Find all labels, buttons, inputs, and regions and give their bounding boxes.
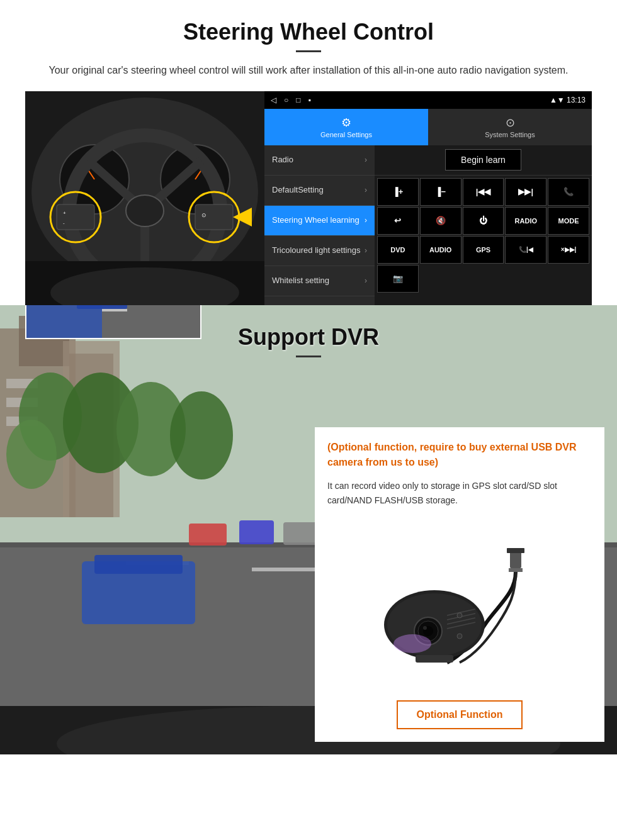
dvr-thumb-svg <box>26 305 201 339</box>
ctrl-hang-next[interactable]: ×▶▶| <box>548 236 589 264</box>
dvr-optional-notice: (Optional function, require to buy exter… <box>327 440 592 470</box>
dvr-section: Support DVR <box>0 305 617 754</box>
dvr-thumbnail <box>25 305 201 339</box>
settings-right: Begin learn ▐+ ▐− |◀◀ <box>375 145 592 305</box>
chevron-tricolour: › <box>365 246 367 255</box>
svg-rect-52 <box>102 309 127 311</box>
back-icon: ◁ <box>271 96 276 104</box>
dvr-info-body: It can record video only to storage in G… <box>327 479 592 509</box>
ctrl-vol-down[interactable]: ▐− <box>420 178 461 206</box>
svg-rect-56 <box>26 305 102 339</box>
android-panel: ◁ ○ □ ▪ ▲▼ 13:13 ⚙ General Settings ⊙ <box>264 91 592 305</box>
svg-point-66 <box>423 626 427 630</box>
settings-content: Radio › DefaultSetting › Steering Wheel … <box>264 145 592 305</box>
menu-defaultsetting[interactable]: DefaultSetting › <box>264 176 375 206</box>
menu-tricolour[interactable]: Tricoloured light settings › <box>264 236 375 266</box>
ctrl-next[interactable]: ▶▶| <box>505 178 546 206</box>
ctrl-vol-up[interactable]: ▐+ <box>377 178 419 206</box>
steering-section: Steering Wheel Control Your original car… <box>0 0 617 305</box>
ctrl-call[interactable]: 📞 <box>548 178 589 206</box>
time-display: 13:13 <box>567 96 586 104</box>
steering-wheel-svg: + - ⊙ <box>25 91 264 305</box>
steering-description: Your original car's steering wheel contr… <box>25 62 592 79</box>
ctrl-back[interactable]: ↩ <box>377 207 419 235</box>
ctrl-mute[interactable]: 🔇 <box>420 207 461 235</box>
tab-general[interactable]: ⚙ General Settings <box>264 109 428 145</box>
menu-steering-label: Steering Wheel learning <box>272 215 365 226</box>
svg-text:+: + <box>63 210 66 216</box>
svg-rect-72 <box>416 655 453 663</box>
begin-learn-area: Begin learn <box>375 145 592 176</box>
statusbar: ◁ ○ □ ▪ ▲▼ 13:13 <box>264 91 592 109</box>
tab-system-label: System Settings <box>485 131 535 138</box>
signal-icon: ▲▼ <box>550 96 567 104</box>
menu-steering-wheel[interactable]: Steering Wheel learning › <box>264 206 375 236</box>
steering-title: Steering Wheel Control <box>25 19 592 45</box>
dvr-content-row: (Optional function, require to buy exter… <box>0 377 617 754</box>
menu-icon: ▪ <box>308 96 311 104</box>
svg-text:-: - <box>63 220 65 226</box>
tab-system[interactable]: ⊙ System Settings <box>428 109 592 145</box>
chevron-default: › <box>365 186 367 194</box>
statusbar-time: ▲▼ 13:13 <box>550 96 586 104</box>
menu-radio-label: Radio <box>272 155 365 165</box>
dvr-info-card: (Optional function, require to buy exter… <box>315 427 604 742</box>
statusbar-nav: ◁ ○ □ ▪ <box>271 96 311 104</box>
settings-menu: Radio › DefaultSetting › Steering Wheel … <box>264 145 375 305</box>
tab-general-label: General Settings <box>320 131 372 138</box>
ctrl-audio[interactable]: AUDIO <box>420 236 461 264</box>
ctrl-prev[interactable]: |◀◀ <box>463 178 504 206</box>
optional-function-button[interactable]: Optional Function <box>397 700 523 729</box>
gear-icon: ⚙ <box>341 116 351 130</box>
menu-defaultsetting-label: DefaultSetting <box>272 185 365 196</box>
control-grid: ▐+ ▐− |◀◀ ▶▶| 📞 <box>375 176 592 295</box>
ctrl-mode[interactable]: MODE <box>548 207 589 235</box>
ctrl-gps[interactable]: GPS <box>463 236 504 264</box>
ctrl-radio[interactable]: RADIO <box>505 207 546 235</box>
chevron-radio: › <box>365 155 367 164</box>
dvr-right-panel: (Optional function, require to buy exter… <box>315 389 617 754</box>
svg-point-73 <box>457 613 462 618</box>
chevron-steering: › <box>365 216 367 225</box>
svg-rect-13 <box>57 204 94 230</box>
svg-text:⊙: ⊙ <box>201 212 207 218</box>
svg-point-74 <box>457 634 462 639</box>
system-icon: ⊙ <box>506 116 515 130</box>
menu-whitelist-label: Whitelist setting <box>272 276 365 286</box>
menu-radio[interactable]: Radio › <box>264 145 375 176</box>
ctrl-dvd[interactable]: DVD <box>377 236 419 264</box>
ctrl-camera[interactable]: 📷 <box>377 265 419 293</box>
dvr-camera-svg <box>359 543 560 669</box>
chevron-whitelist: › <box>365 276 367 285</box>
svg-rect-59 <box>507 548 524 553</box>
steering-wheel-photo: + - ⊙ <box>25 91 264 305</box>
title-divider <box>296 50 321 52</box>
steering-screenshot: + - ⊙ ◁ ○ □ ▪ <box>25 91 592 305</box>
svg-rect-16 <box>195 204 233 230</box>
dvr-camera-image <box>327 518 592 693</box>
ctrl-call-prev[interactable]: 📞|◀ <box>505 236 546 264</box>
menu-tricolour-label: Tricoloured light settings <box>272 245 365 256</box>
svg-point-71 <box>393 634 431 653</box>
settings-tabs: ⚙ General Settings ⊙ System Settings <box>264 109 592 145</box>
home-icon: ○ <box>284 96 288 104</box>
recents-icon: □ <box>296 96 300 104</box>
svg-rect-57 <box>77 305 127 309</box>
svg-rect-60 <box>509 568 523 572</box>
svg-point-10 <box>126 195 164 227</box>
ctrl-power[interactable]: ⏻ <box>463 207 504 235</box>
menu-whitelist[interactable]: Whitelist setting › <box>264 266 375 296</box>
begin-learn-button[interactable]: Begin learn <box>445 149 521 171</box>
dvr-divider <box>296 356 321 357</box>
